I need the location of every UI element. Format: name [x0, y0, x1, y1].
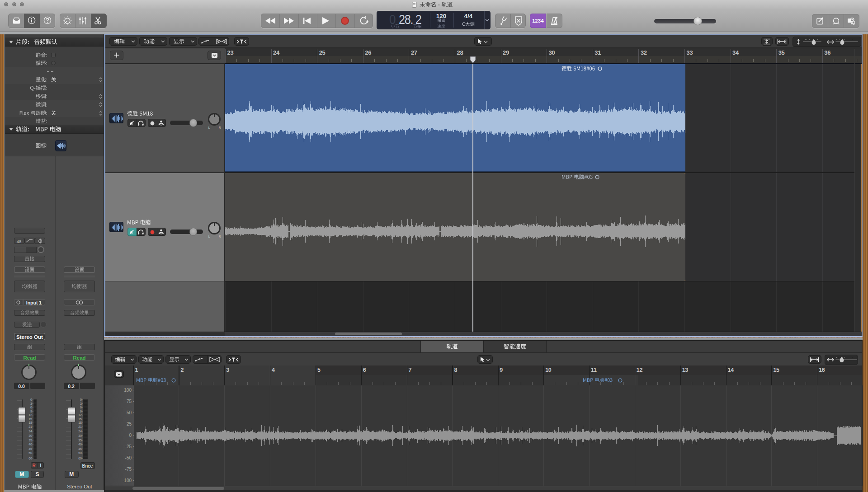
svg-text:6: 6	[80, 406, 82, 409]
svg-text:9: 9	[80, 410, 82, 413]
svg-text:35: 35	[28, 439, 32, 442]
svg-text:12: 12	[28, 413, 32, 417]
svg-text:45: 45	[28, 447, 32, 450]
svg-text:60: 60	[28, 457, 32, 460]
svg-text:18: 18	[28, 421, 32, 424]
svg-text:15: 15	[78, 417, 82, 421]
svg-text:30: 30	[78, 434, 82, 437]
svg-text:30: 30	[28, 434, 32, 437]
svg-text:35: 35	[78, 439, 82, 442]
svg-text:50: 50	[78, 451, 82, 455]
svg-text:12: 12	[78, 413, 82, 417]
svg-text:21: 21	[28, 425, 32, 428]
svg-text:40: 40	[78, 443, 82, 446]
svg-text:40: 40	[28, 443, 32, 446]
svg-text:9: 9	[30, 410, 32, 413]
svg-text:50: 50	[28, 451, 32, 455]
svg-text:0: 0	[30, 398, 32, 401]
svg-text:3: 3	[30, 402, 32, 405]
svg-text:6: 6	[30, 406, 32, 409]
svg-text:24: 24	[28, 430, 32, 433]
svg-text:18: 18	[78, 421, 82, 424]
svg-text:24: 24	[78, 430, 82, 433]
svg-text:45: 45	[78, 447, 82, 450]
svg-text:3: 3	[80, 402, 82, 405]
svg-text:15: 15	[28, 417, 32, 421]
svg-text:60: 60	[78, 457, 82, 460]
svg-text:21: 21	[78, 425, 82, 428]
svg-text:0: 0	[80, 398, 82, 401]
